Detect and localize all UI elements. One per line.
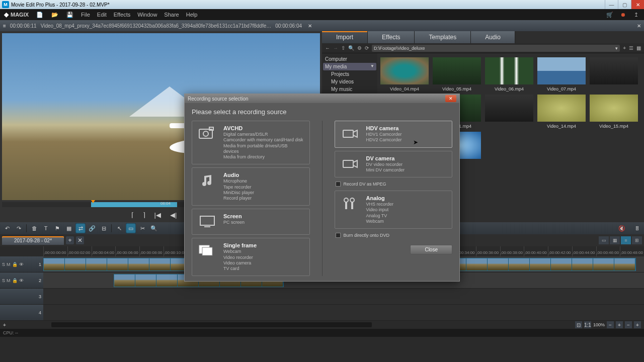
select-tool-icon[interactable]: ▭: [126, 223, 136, 233]
menu-file[interactable]: File: [81, 12, 90, 18]
save-icon[interactable]: 💾: [66, 11, 74, 19]
go-start-button[interactable]: |◀: [154, 211, 161, 219]
timeline-scrollbar[interactable]: [51, 322, 372, 327]
redo-icon[interactable]: ↷: [14, 223, 24, 233]
view-mode-4[interactable]: ⊞: [632, 236, 642, 244]
source-dv[interactable]: DV cameraDV video recorderMini DV camcor…: [335, 151, 453, 178]
cut-tool-icon[interactable]: ✂: [137, 223, 147, 233]
delete-icon[interactable]: 🗑: [29, 223, 39, 233]
marker-icon[interactable]: ⚑: [52, 223, 62, 233]
open-icon[interactable]: 📂: [51, 11, 59, 19]
source-audio[interactable]: AudioMicrophoneTape recorderMiniDisc pla…: [192, 167, 310, 206]
source-screen[interactable]: ScreenPC screen: [192, 209, 310, 235]
undo-icon[interactable]: ↶: [2, 223, 12, 233]
add-project-button[interactable]: +: [66, 236, 74, 244]
tab-close-button[interactable]: ✕: [76, 236, 84, 244]
zoom-in-button[interactable]: +: [616, 321, 623, 328]
close-button[interactable]: Close: [410, 245, 452, 254]
thumbnail[interactable]: Video_15.mp4: [589, 95, 639, 129]
add-icon[interactable]: +: [623, 45, 626, 51]
track-body[interactable]: [43, 305, 644, 320]
track-header[interactable]: 3: [0, 289, 43, 304]
link-icon[interactable]: 🔗: [87, 223, 97, 233]
mark-out-button[interactable]: ⌉: [143, 211, 145, 219]
dialog-close-icon[interactable]: ✕: [445, 95, 456, 102]
track-add-icon[interactable]: +: [3, 322, 6, 328]
minimize-button[interactable]: —: [605, 0, 618, 9]
zoom-v-in-button[interactable]: +: [634, 321, 641, 328]
view-mode-3[interactable]: ≡: [621, 236, 631, 244]
zoom-tool-icon[interactable]: 🔍: [149, 223, 159, 233]
thumbnail[interactable]: Video_07.mp4: [536, 57, 587, 92]
view-list-icon[interactable]: ☰: [629, 45, 633, 51]
track-header[interactable]: SM🔒👁2: [0, 273, 43, 288]
dialog-titlebar[interactable]: Recording source selection ✕: [185, 94, 459, 103]
clip-in-time: 00:00:06:11: [10, 23, 37, 29]
panel-close-icon[interactable]: ✕: [637, 23, 641, 29]
tab-audio[interactable]: Audio: [471, 31, 515, 43]
menu-edit[interactable]: Edit: [97, 12, 107, 18]
zoom-out-button[interactable]: −: [607, 321, 614, 328]
track-header[interactable]: 4: [0, 305, 43, 320]
thumbnail[interactable]: Video_06.mp4: [484, 57, 534, 92]
track-body[interactable]: [43, 289, 644, 304]
project-tab[interactable]: 2017-09-28 - 02*: [2, 236, 64, 245]
dialog-heading: Please select a recording source: [192, 108, 452, 116]
thumbnail[interactable]: [589, 57, 639, 92]
thumbnail[interactable]: [484, 95, 534, 129]
settings-icon[interactable]: ⚙: [357, 45, 362, 51]
nav-up-icon[interactable]: ⇧: [341, 45, 345, 51]
menu-window[interactable]: Window: [137, 12, 157, 18]
step-back-button[interactable]: ◀|: [170, 211, 177, 219]
view-grid-icon[interactable]: ▦: [636, 45, 641, 51]
mute-icon[interactable]: 🔇: [617, 223, 627, 233]
path-field[interactable]: D:\Footage\Video_deluxe▾: [372, 45, 620, 52]
new-icon[interactable]: 📄: [36, 11, 44, 19]
zoom-v-out-button[interactable]: −: [625, 321, 632, 328]
nav-back-icon[interactable]: ←: [325, 45, 330, 51]
hamburger-icon[interactable]: ≡: [3, 23, 6, 29]
tab-templates[interactable]: Templates: [415, 31, 471, 43]
ripple-icon[interactable]: ⇄: [75, 223, 86, 233]
thumbnail[interactable]: Video_14.mp4: [536, 95, 587, 129]
maximize-button[interactable]: ▢: [618, 0, 631, 9]
tree-item[interactable]: Projects: [325, 70, 374, 78]
tree-my-media[interactable]: My media▼: [323, 63, 376, 70]
title-icon[interactable]: T: [41, 223, 51, 233]
view-mode-1[interactable]: ▭: [599, 236, 609, 244]
ungroup-icon[interactable]: ⊟: [99, 223, 109, 233]
source-hdv[interactable]: HDV cameraHDV1 CamcorderHDV2 Camcorder: [335, 121, 453, 148]
refresh-icon[interactable]: ⟳: [365, 45, 369, 51]
thumbnail[interactable]: Video_04.mp4: [379, 57, 430, 92]
tab-effects[interactable]: Effects: [368, 31, 415, 43]
shop-icon[interactable]: 🛒: [606, 11, 614, 19]
thumbnail[interactable]: Video_05.mp4: [432, 57, 482, 92]
tree-computer[interactable]: Computer: [325, 55, 374, 63]
camcorder-icon: [340, 125, 360, 142]
source-avchd[interactable]: AVCHDDigital cameras/DSLRCamcorder with …: [192, 121, 310, 164]
zoom-1-1-button[interactable]: 1:1: [584, 321, 591, 328]
pointer-icon[interactable]: ↖: [114, 223, 124, 233]
source-analog[interactable]: AnalogVHS recorderVideo inputAnalog TVWe…: [335, 191, 453, 229]
zoom-fit-button[interactable]: ⊡: [575, 321, 582, 328]
tab-import[interactable]: Import: [322, 31, 368, 43]
nav-fwd-icon[interactable]: →: [333, 45, 338, 51]
checkbox-burn-dvd[interactable]: Burn directly onto DVD: [335, 232, 453, 239]
search-icon[interactable]: 🔍: [348, 45, 354, 51]
mark-in-button[interactable]: ⌈: [131, 211, 134, 219]
window-close-button[interactable]: ✕: [631, 0, 644, 9]
menu-share[interactable]: Share: [164, 12, 179, 18]
tree-item[interactable]: My music: [325, 85, 374, 93]
tree-item[interactable]: My videos: [325, 78, 374, 85]
clip-close-icon[interactable]: ✕: [308, 23, 312, 29]
track-header[interactable]: SM🔒👁1: [0, 256, 43, 272]
export-icon[interactable]: ↥: [632, 11, 640, 19]
source-single-frame[interactable]: Single frameWebcamVideo recorderVideo ca…: [192, 238, 310, 276]
record-icon[interactable]: ⏺: [619, 11, 627, 19]
menu-help[interactable]: Help: [186, 12, 198, 18]
mixer-icon[interactable]: 🎚: [632, 223, 642, 233]
checkbox-record-dv-mpeg[interactable]: Record DV as MPEG: [335, 180, 453, 188]
view-mode-2[interactable]: ▦: [610, 236, 620, 244]
menu-effects[interactable]: Effects: [114, 12, 130, 18]
group-icon[interactable]: ▦: [64, 223, 74, 233]
